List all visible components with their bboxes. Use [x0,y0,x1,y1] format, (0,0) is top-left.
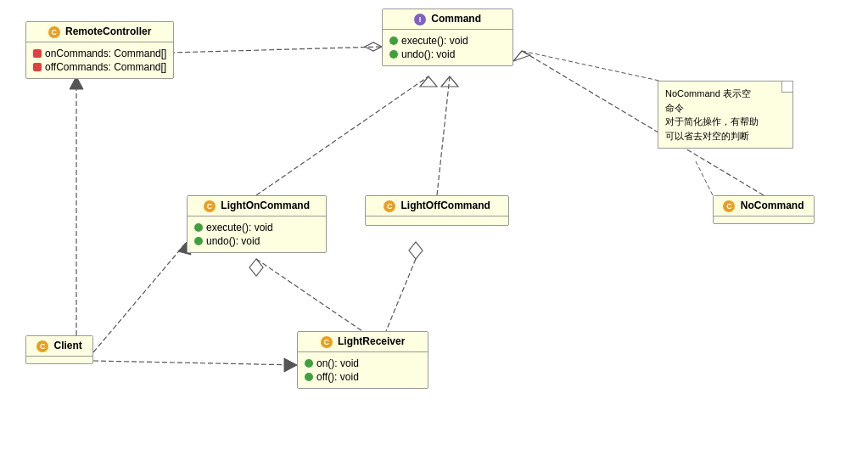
member-off: off(): void [305,371,421,383]
light-on-icon: C [204,200,216,212]
light-on-command-class: C LightOnCommand execute(): void undo():… [187,195,327,253]
member-oncommands: onCommands: Command[] [33,48,166,59]
light-off-command-body [366,216,508,225]
svg-marker-5 [441,76,458,87]
client-header: C Client [26,336,92,357]
diagram-container: C RemoteController onCommands: Command[]… [0,0,868,461]
command-header: I Command [383,9,512,30]
svg-line-0 [170,47,382,53]
svg-marker-1 [365,42,382,51]
note-text: NoCommand 表示空 命令 对于简化操作，有帮助 可以省去对空的判断 [665,88,759,141]
field-icon [33,63,42,71]
client-class: C Client [25,335,93,364]
no-command-class: C NoCommand [713,195,815,224]
member-execute: execute(): void [389,35,506,47]
field-icon [33,49,42,58]
member-execute2: execute(): void [194,222,319,233]
method-icon [305,359,313,368]
light-off-icon: C [384,200,395,212]
svg-line-10 [93,242,187,352]
svg-marker-17 [409,242,423,259]
remote-controller-icon: C [48,26,60,38]
command-body: execute(): void undo(): void [383,30,512,65]
client-body [26,357,92,363]
method-icon [389,50,398,59]
member-undo2: undo(): void [194,235,319,247]
svg-marker-13 [284,358,297,372]
member-offcommands: offCommands: Command[] [33,61,166,73]
light-on-command-body: execute(): void undo(): void [188,216,326,252]
light-off-command-header: C LightOffCommand [366,196,508,216]
remote-controller-header: C RemoteController [26,22,173,42]
svg-line-19 [522,51,679,85]
light-receiver-body: on(): void off(): void [298,352,428,388]
svg-line-2 [256,76,428,195]
command-icon: I [414,14,426,25]
svg-line-16 [386,259,416,331]
remote-controller-class: C RemoteController onCommands: Command[]… [25,21,174,79]
light-off-command-class: C LightOffCommand [365,195,509,226]
method-icon [305,373,313,381]
member-on: on(): void [305,357,421,369]
svg-line-12 [93,361,297,365]
method-icon [194,223,203,232]
client-icon: C [36,340,48,352]
method-icon [389,37,398,45]
svg-marker-15 [249,259,263,276]
light-on-command-header: C LightOnCommand [188,196,326,216]
svg-line-4 [437,76,450,195]
svg-line-18 [696,161,713,195]
light-receiver-class: C LightReceiver on(): void off(): void [297,331,428,389]
light-receiver-header: C LightReceiver [298,332,428,352]
note-box: NoCommand 表示空 命令 对于简化操作，有帮助 可以省去对空的判断 [658,81,793,149]
svg-marker-3 [420,76,437,87]
light-receiver-icon: C [321,336,333,348]
remote-controller-body: onCommands: Command[] offCommands: Comma… [26,42,173,78]
no-command-icon: C [723,200,735,212]
svg-line-14 [256,259,362,331]
svg-marker-7 [513,51,530,61]
no-command-body [714,216,814,223]
method-icon [194,237,203,245]
no-command-header: C NoCommand [714,196,814,216]
member-undo: undo(): void [389,48,506,60]
command-class: I Command execute(): void undo(): void [382,8,513,66]
